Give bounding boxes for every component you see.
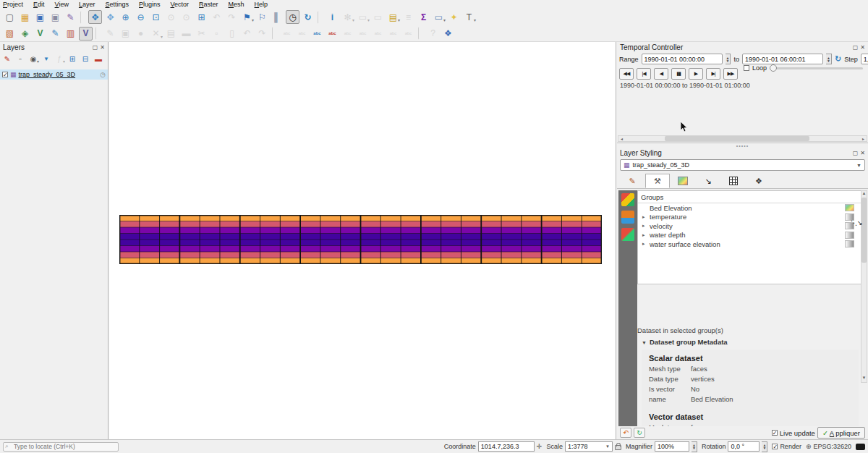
scale-combo[interactable]: 1:3778 ▼	[565, 441, 613, 452]
skip-to-start-button[interactable]: |◀	[637, 68, 651, 80]
select-features-icon[interactable]: ▭ ▾	[356, 10, 370, 24]
scroll-down-icon[interactable]: ▼	[862, 376, 867, 382]
step-back-button[interactable]: ◀	[654, 68, 668, 80]
styling-layer-combo[interactable]: ▦ trap_steady_05_3D ▼	[620, 159, 865, 171]
mesh-calculator-icon[interactable]: ❖	[441, 27, 455, 41]
new-geopackage-layer-icon[interactable]: ✎	[48, 27, 62, 41]
tab-vectors[interactable]: ↘	[696, 174, 720, 188]
undo-style-button[interactable]: ↶	[620, 428, 631, 438]
mesh-simplification-icon[interactable]	[621, 228, 634, 241]
datasets-cube-icon[interactable]	[621, 193, 634, 206]
time-slider[interactable]	[770, 67, 863, 69]
field-calculator-icon[interactable]: ≡	[401, 10, 415, 24]
scroll-right-icon[interactable]: ▸	[860, 136, 867, 141]
pan-map-icon[interactable]: ✥	[88, 10, 102, 24]
style-manager-icon[interactable]: ✎	[64, 10, 77, 24]
refresh-style-button[interactable]: ↻	[634, 428, 645, 438]
zoom-next-icon[interactable]: ↷	[225, 10, 239, 24]
save-edits-icon[interactable]: ▣	[119, 27, 132, 41]
layer-item-trap-steady-05-3d[interactable]: ✓ ▦ trap_steady_05_3D ◷	[0, 69, 108, 80]
new-project-icon[interactable]: ▢	[3, 10, 17, 24]
label-pin-icon[interactable]: abc	[295, 27, 309, 41]
menu-item[interactable]: View	[55, 1, 69, 8]
help-icon[interactable]: ?	[426, 27, 440, 41]
zoom-native-icon[interactable]: ⊞	[195, 10, 208, 24]
fast-rewind-button[interactable]: ◀◀	[619, 68, 634, 80]
menu-item[interactable]: Raster	[199, 1, 218, 8]
vertex-tool-icon[interactable]: ✕ ▾	[149, 27, 163, 41]
range-end-input[interactable]	[742, 54, 823, 64]
zoom-out-icon[interactable]: ⊖	[134, 10, 148, 24]
menu-item[interactable]: Layer	[79, 1, 95, 8]
run-feature-action-icon[interactable]: ✻ ▾	[341, 10, 354, 24]
add-feature-icon[interactable]: ●	[134, 27, 148, 41]
temporal-controller-icon[interactable]: ◷	[286, 10, 299, 24]
deselect-features-icon[interactable]: ▭	[371, 10, 385, 24]
menu-item[interactable]: Mesh	[229, 1, 244, 8]
refresh-map-icon[interactable]: ↻	[301, 10, 315, 24]
layer-diagram-icon[interactable]: abc	[326, 27, 339, 41]
tree-expand-icon[interactable]: ▸	[642, 223, 650, 229]
extents-toggle-icon[interactable]: ✛	[537, 443, 542, 450]
map-canvas[interactable]	[109, 42, 616, 439]
averaging-method-icon[interactable]	[621, 211, 634, 224]
menu-item[interactable]: Help	[255, 1, 268, 8]
zoom-to-selection-icon[interactable]: ⊙	[164, 10, 178, 24]
new-virtual-layer-icon[interactable]: V	[79, 27, 93, 41]
magnifier-input[interactable]	[655, 441, 689, 452]
delete-selected-icon[interactable]: ▬	[179, 27, 193, 41]
skip-to-end-button[interactable]: ▶|	[706, 68, 720, 80]
panel-close-icon[interactable]: ✕	[860, 44, 865, 51]
save-project-as-icon[interactable]: ▣	[48, 10, 62, 24]
range-start-input[interactable]	[642, 54, 723, 64]
scroll-up-icon[interactable]: ▲	[862, 191, 867, 198]
tree-item-water-depth[interactable]: ▸ water depth	[638, 231, 861, 240]
measure-icon[interactable]: ▭ ▾	[432, 10, 446, 24]
zoom-last-icon[interactable]: ↶	[210, 10, 224, 24]
redo-icon[interactable]: ↷	[255, 27, 269, 41]
new-shapefile-layer-icon[interactable]: V	[33, 27, 47, 41]
panel-dock-icon[interactable]: ▢	[93, 44, 98, 51]
panel-close-icon[interactable]: ✕	[100, 44, 105, 51]
zoom-full-icon[interactable]: ⊡	[149, 10, 163, 24]
highlight-labels-icon[interactable]: abc	[356, 27, 370, 41]
temporal-horizontal-scrollbar[interactable]: ◂ ▸	[618, 135, 867, 142]
zoom-to-layer-icon[interactable]: ⊙	[179, 10, 193, 24]
undo-icon[interactable]: ↶	[240, 27, 254, 41]
identify-features-icon[interactable]: i	[326, 10, 339, 24]
filter-by-expression-icon[interactable]: ƒ ▾	[54, 54, 65, 65]
new-bookmark-icon[interactable]: ⚐	[255, 10, 269, 24]
cut-features-icon[interactable]: ✂	[195, 27, 208, 41]
messages-bubble-icon[interactable]	[856, 444, 865, 450]
open-project-icon[interactable]: ▦	[18, 10, 32, 24]
step-input[interactable]	[861, 54, 868, 64]
apply-button[interactable]: ✓ Appliquer	[817, 427, 865, 439]
tab-mesh-frame[interactable]	[721, 174, 746, 188]
range-end-spinner[interactable]: ▲▼	[826, 54, 832, 64]
move-label-icon[interactable]: abc	[371, 27, 385, 41]
label-toolbar-icon[interactable]: abc	[280, 27, 294, 41]
dataset-group-metadata-header[interactable]: ▼Dataset group Metadata	[642, 338, 728, 346]
tree-item-velocity[interactable]: ▸ velocity	[638, 221, 861, 231]
copy-features-icon[interactable]: ▫	[210, 27, 224, 41]
tree-item-bed-elevation[interactable]: Bed Elevation	[638, 203, 861, 213]
map-tips-icon[interactable]: ✦	[447, 10, 461, 24]
coordinate-input[interactable]	[478, 441, 535, 452]
range-start-spinner[interactable]: ▲▼	[726, 54, 731, 64]
render-checkbox[interactable]: ✓	[772, 444, 778, 449]
rotation-input[interactable]	[728, 441, 760, 452]
remove-layer-icon[interactable]: ▬	[93, 54, 104, 65]
loop-checkbox[interactable]	[744, 65, 749, 71]
layer-labeling-icon[interactable]: abc	[310, 27, 324, 41]
tree-item-water-surface-elevation[interactable]: ▸ water surface elevation	[638, 240, 861, 249]
tab-general-settings[interactable]: ⚒	[645, 174, 670, 188]
tree-item-temperature[interactable]: ▸ temperature	[638, 213, 861, 222]
toggle-editing-icon[interactable]: ✎	[103, 27, 117, 41]
panel-dock-icon[interactable]: ▢	[853, 44, 859, 51]
panel-dock-icon[interactable]: ▢	[853, 150, 859, 156]
new-spatialite-layer-icon[interactable]: ▥	[64, 27, 77, 41]
menu-item[interactable]: Vector	[171, 1, 190, 8]
zoom-to-bookmark-icon[interactable]: ▌	[271, 10, 284, 24]
add-data-icon[interactable]: ◈	[18, 27, 32, 41]
tab-contours[interactable]	[671, 174, 695, 188]
